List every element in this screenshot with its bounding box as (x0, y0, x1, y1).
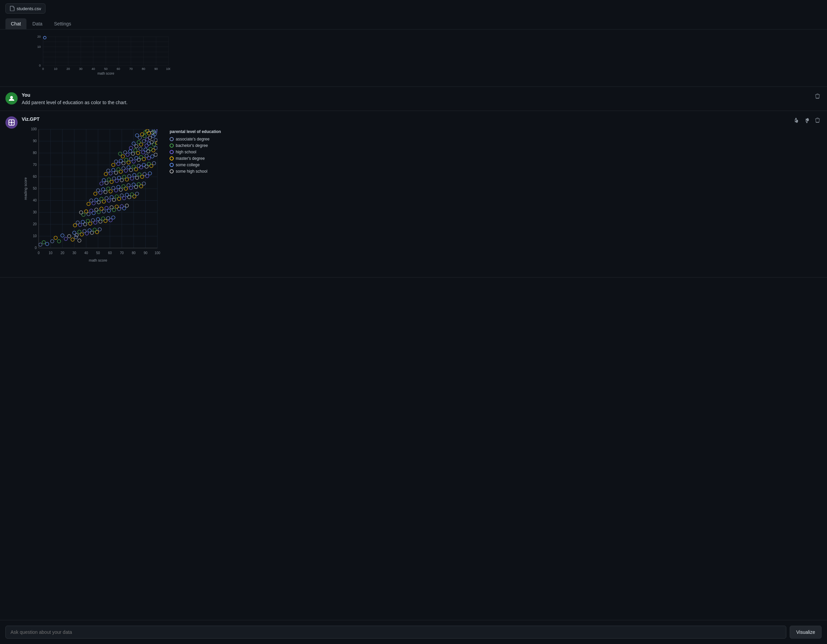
svg-text:70: 70 (129, 67, 133, 70)
svg-text:90: 90 (154, 67, 158, 70)
svg-point-272 (83, 229, 86, 233)
svg-text:40: 40 (33, 199, 37, 202)
svg-text:10: 10 (54, 67, 57, 70)
legend-item-somehighschool: some high school (170, 169, 221, 174)
partial-scatter-svg: 20 10 0 0 10 20 30 40 50 60 70 80 90 100… (31, 35, 170, 76)
vizgpt-avatar-icon (8, 119, 15, 126)
user-message-block: You Add parent level of education as col… (0, 87, 827, 111)
tab-settings[interactable]: Settings (48, 18, 76, 29)
svg-text:20: 20 (37, 35, 41, 38)
svg-text:50: 50 (104, 67, 108, 70)
svg-text:reading score: reading score (23, 177, 28, 200)
thumbup-button[interactable] (792, 116, 800, 125)
user-delete-button[interactable] (813, 92, 822, 100)
svg-point-231 (125, 204, 129, 207)
svg-text:80: 80 (33, 151, 37, 155)
svg-point-223 (105, 197, 108, 200)
svg-point-151 (152, 161, 156, 165)
visualize-button[interactable]: Visualize (790, 626, 822, 639)
svg-point-124 (142, 151, 145, 154)
svg-text:10: 10 (33, 234, 37, 238)
svg-text:50: 50 (33, 187, 37, 190)
user-avatar (5, 92, 18, 105)
svg-text:0: 0 (42, 67, 44, 70)
user-message-author: You (22, 92, 809, 98)
svg-point-252 (106, 216, 110, 220)
svg-text:80: 80 (142, 67, 145, 70)
svg-point-112 (145, 144, 148, 147)
svg-text:60: 60 (33, 175, 37, 178)
svg-point-106 (135, 134, 139, 137)
svg-point-230 (87, 202, 90, 206)
svg-text:40: 40 (92, 67, 95, 70)
legend-label-somecollege: some college (176, 163, 200, 167)
svg-point-221 (110, 195, 113, 199)
partial-chart-content: 20 10 0 0 10 20 30 40 50 60 70 80 90 100… (26, 35, 176, 81)
chat-input[interactable] (5, 626, 786, 639)
chart-legend: parental level of education associate's … (170, 126, 221, 175)
svg-point-165 (117, 167, 120, 171)
svg-point-277 (50, 239, 54, 243)
svg-text:10: 10 (48, 251, 53, 255)
legend-item-masters: master's degree (170, 156, 221, 161)
user-avatar-icon (8, 95, 15, 102)
legend-dot-associates (170, 137, 174, 141)
scatter-wrap: reading score 0 10 20 30 40 50 60 70 80 … (22, 126, 788, 272)
svg-text:60: 60 (108, 251, 112, 255)
tabs-bar: Chat Data Settings (0, 17, 827, 30)
svg-text:100: 100 (154, 251, 161, 255)
svg-point-131 (123, 151, 127, 154)
svg-text:90: 90 (33, 139, 37, 143)
svg-text:40: 40 (84, 251, 88, 255)
svg-point-285 (45, 242, 49, 245)
svg-point-268 (93, 228, 96, 231)
svg-point-286 (71, 238, 74, 241)
svg-point-175 (138, 173, 141, 176)
svg-point-199 (122, 184, 125, 188)
svg-point-129 (129, 150, 132, 153)
svg-point-179 (128, 174, 131, 178)
svg-point-161 (127, 166, 130, 169)
svg-point-188 (105, 181, 108, 184)
svg-point-180 (125, 178, 129, 181)
svg-point-243 (95, 208, 98, 211)
legend-dot-bachelors (170, 144, 174, 148)
thumbdown-button[interactable] (803, 116, 811, 125)
tab-data[interactable]: Data (27, 18, 48, 29)
svg-point-127 (134, 148, 137, 152)
svg-text:70: 70 (33, 163, 37, 167)
svg-point-118 (129, 146, 133, 150)
svg-point-185 (112, 177, 115, 180)
svg-point-147 (119, 159, 122, 163)
vizgpt-avatar (5, 116, 18, 128)
svg-text:70: 70 (120, 251, 124, 255)
svg-text:0: 0 (39, 64, 41, 67)
svg-point-149 (114, 160, 118, 163)
file-name: students.csv (17, 6, 41, 11)
svg-point-278 (54, 236, 57, 239)
vizgpt-delete-button[interactable] (813, 116, 822, 125)
svg-point-201 (117, 185, 120, 189)
input-bar: Visualize (0, 620, 827, 644)
svg-point-187 (107, 178, 111, 181)
svg-point-183 (117, 176, 121, 180)
svg-text:30: 30 (79, 67, 83, 70)
svg-point-260 (86, 219, 89, 223)
svg-text:30: 30 (33, 210, 37, 214)
tab-chat[interactable]: Chat (5, 18, 27, 29)
svg-point-166 (114, 171, 118, 174)
svg-point-140 (137, 158, 140, 161)
scatter-plot-svg: reading score 0 10 20 30 40 50 60 70 80 … (22, 126, 164, 272)
svg-text:30: 30 (72, 251, 76, 255)
vizgpt-message-author: Viz.GPT (22, 116, 788, 122)
svg-point-211 (135, 192, 139, 195)
svg-point-250 (112, 216, 115, 219)
svg-point-235 (115, 205, 119, 208)
vizgpt-message-actions (792, 116, 822, 272)
svg-point-135 (151, 155, 154, 158)
legend-item-somecollege: some college (170, 163, 221, 167)
svg-point-258 (91, 219, 95, 222)
svg-point-145 (125, 158, 128, 161)
file-badge[interactable]: students.csv (5, 3, 45, 14)
svg-point-141 (135, 156, 138, 160)
